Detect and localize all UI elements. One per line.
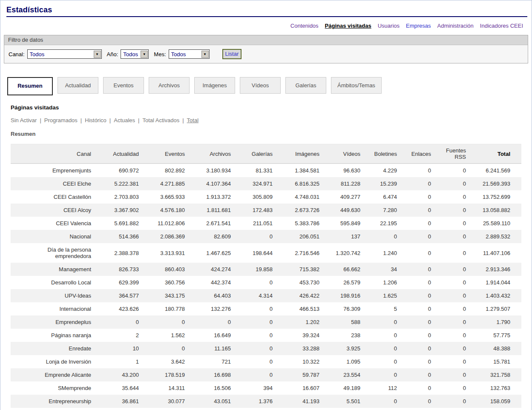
cell-value: 43.051	[188, 395, 234, 408]
cell-canal: CEEI Elche	[11, 177, 95, 190]
nav-link-paginas-visitadas[interactable]: Páginas visitadas	[325, 23, 371, 29]
status-link-total[interactable]: Total	[187, 117, 198, 123]
cell-value: 180.778	[142, 302, 188, 315]
nav-link-empresas[interactable]: Empresas	[406, 23, 431, 29]
cell-value: 1.467.625	[188, 243, 234, 263]
cell-value: 0	[400, 368, 434, 381]
nav-link-usuarios[interactable]: Usuarios	[378, 23, 400, 29]
nav-link-indicadores-ceei[interactable]: Indicadores CEEI	[480, 23, 523, 29]
cell-value: 0	[434, 302, 469, 315]
cell-value: 172.483	[234, 204, 276, 217]
cell-value: 0	[400, 230, 434, 243]
nav-link-administracion[interactable]: Administración	[437, 23, 474, 29]
cell-value: 57.775	[469, 329, 521, 342]
cell-value: 0	[364, 329, 400, 342]
cell-value: 2.913.346	[469, 263, 521, 276]
cell-value: 16.607	[276, 381, 323, 395]
cell-value: 4.229	[364, 163, 400, 177]
cell-value: 10.322	[276, 355, 323, 368]
cell-value: 206.051	[276, 230, 323, 243]
table-header-row: CanalActualidadEventosArchivosGaleríasIm…	[11, 144, 521, 164]
cell-value: 11.407.106	[469, 243, 521, 263]
cell-value: 0	[400, 243, 434, 263]
cell-value: 15.239	[364, 177, 400, 190]
cell-value: 364.577	[95, 289, 142, 302]
cell-value: 198.644	[234, 243, 276, 263]
tab-eventos[interactable]: Eventos	[103, 77, 144, 94]
cell-value: 1.403.432	[469, 289, 521, 302]
cell-value: 41.193	[276, 395, 323, 408]
cell-value: 321.758	[469, 368, 521, 381]
cell-value: 158.059	[469, 395, 521, 408]
cell-value: 1.240	[364, 243, 400, 263]
cell-canal: SMemprende	[11, 381, 95, 395]
nav-link-contenidos[interactable]: Contenidos	[290, 23, 319, 29]
cell-value: 22.195	[364, 217, 400, 230]
cell-value: 19.858	[234, 263, 276, 276]
table-row: Emprenemjunts690.972802.8923.180.93481.3…	[11, 163, 521, 177]
cell-value: 4.314	[234, 289, 276, 302]
separator: |	[109, 117, 111, 123]
cell-value: 0	[434, 289, 469, 302]
listar-button[interactable]: Listar	[222, 49, 242, 59]
cell-canal: Día de la persona emprendedora	[11, 243, 95, 263]
tab-actualidad[interactable]: Actualidad	[58, 77, 98, 94]
cell-value: 230	[276, 408, 323, 410]
chevron-down-icon[interactable]: ▼	[141, 51, 148, 58]
cell-value: 0	[434, 263, 469, 276]
table-row: Nacional514.3662.086.36982.6090206.05113…	[11, 230, 521, 243]
cell-value: 0	[400, 381, 434, 395]
cell-value: 23.554	[323, 368, 364, 381]
filter-controls: Canal: Todos ▼ Año: Todos ▼ Mes: Todos ▼…	[4, 45, 528, 63]
subsection-heading: Resumen	[11, 131, 532, 137]
cell-value: 0	[434, 329, 469, 342]
cell-value: 112	[364, 381, 400, 395]
mes-select[interactable]: Todos ▼	[169, 49, 210, 59]
cell-value: 26.579	[323, 276, 364, 289]
cell-value: 1.384.581	[276, 163, 323, 177]
tab-ambitos-temas[interactable]: Ámbitos/Temas	[331, 77, 382, 94]
cell-value: 0	[95, 315, 142, 329]
status-link-actuales[interactable]: Actuales	[114, 117, 135, 123]
tab-resumen[interactable]: Resumen	[7, 77, 53, 95]
cell-value: 1.320.742	[323, 243, 364, 263]
cell-value: 1.914.044	[469, 276, 521, 289]
cell-value: 0	[234, 276, 276, 289]
cell-value: 0	[434, 217, 469, 230]
cell-value: 0	[364, 342, 400, 355]
top-nav: ContenidosPáginas visitadasUsuariosEmpre…	[0, 23, 523, 29]
ano-select[interactable]: Todos ▼	[121, 49, 149, 59]
cell-value: 211.051	[234, 217, 276, 230]
cell-canal: Entrepreneurship	[11, 395, 95, 408]
cell-value: 59.787	[276, 368, 323, 381]
col-header-enlaces: Enlaces	[400, 144, 434, 164]
cell-value: 0	[400, 302, 434, 315]
status-link-programados[interactable]: Programados	[44, 117, 78, 123]
status-link-total-activados[interactable]: Total Activados	[142, 117, 179, 123]
cell-value: 0	[434, 342, 469, 355]
cell-value: 35.644	[95, 381, 142, 395]
cell-value: 0	[400, 395, 434, 408]
status-link-sin-activar[interactable]: Sin Activar	[11, 117, 37, 123]
cell-value: 132.763	[469, 381, 521, 395]
canal-select[interactable]: Todos ▼	[27, 49, 102, 59]
table-row: UPV-Ideas364.577343.17564.4034.314426.42…	[11, 289, 521, 302]
canal-select-value: Todos	[30, 51, 91, 57]
cell-value: 2.673.726	[276, 204, 323, 217]
tab-archivos[interactable]: Archivos	[149, 77, 190, 94]
separator: |	[81, 117, 82, 123]
cell-value: 25.589.110	[469, 217, 521, 230]
chevron-down-icon[interactable]: ▼	[94, 51, 101, 58]
separator: |	[40, 117, 41, 123]
cell-value: 0	[323, 408, 364, 410]
tab-videos[interactable]: Vídeos	[240, 77, 281, 94]
tab-imagenes[interactable]: Imágenes	[194, 77, 235, 94]
cell-value: 96.630	[323, 163, 364, 177]
cell-value: 0	[400, 329, 434, 342]
cell-value: 34	[364, 263, 400, 276]
cell-value: 178.519	[142, 368, 188, 381]
status-link-historico[interactable]: Histórico	[85, 117, 106, 123]
tab-galerias[interactable]: Galerías	[285, 77, 326, 94]
cell-canal: CEEI Alcoy	[11, 204, 95, 217]
chevron-down-icon[interactable]: ▼	[201, 51, 209, 58]
